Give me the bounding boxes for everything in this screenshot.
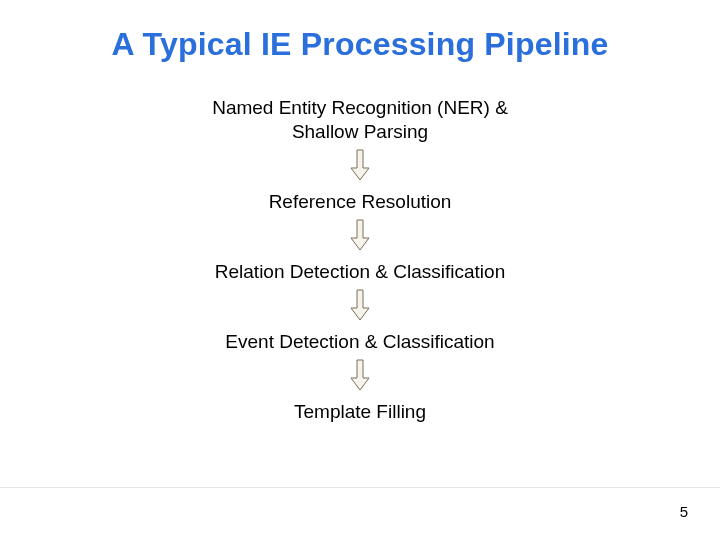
down-arrow-icon: [349, 358, 371, 392]
footer-divider: [0, 487, 720, 488]
step-ner: Named Entity Recognition (NER) & Shallow…: [0, 96, 720, 144]
step-relation: Relation Detection & Classification: [0, 260, 720, 284]
step-event: Event Detection & Classification: [0, 330, 720, 354]
step-ner-line1: Named Entity Recognition (NER) &: [0, 96, 720, 120]
down-arrow-icon: [349, 148, 371, 182]
slide: { "title": "A Typical IE Processing Pipe…: [0, 0, 720, 540]
step-refres: Reference Resolution: [0, 190, 720, 214]
slide-title: A Typical IE Processing Pipeline: [0, 26, 720, 63]
page-number: 5: [680, 503, 688, 520]
step-template: Template Filling: [0, 400, 720, 424]
step-ner-line2: Shallow Parsing: [0, 120, 720, 144]
down-arrow-icon: [349, 218, 371, 252]
down-arrow-icon: [349, 288, 371, 322]
